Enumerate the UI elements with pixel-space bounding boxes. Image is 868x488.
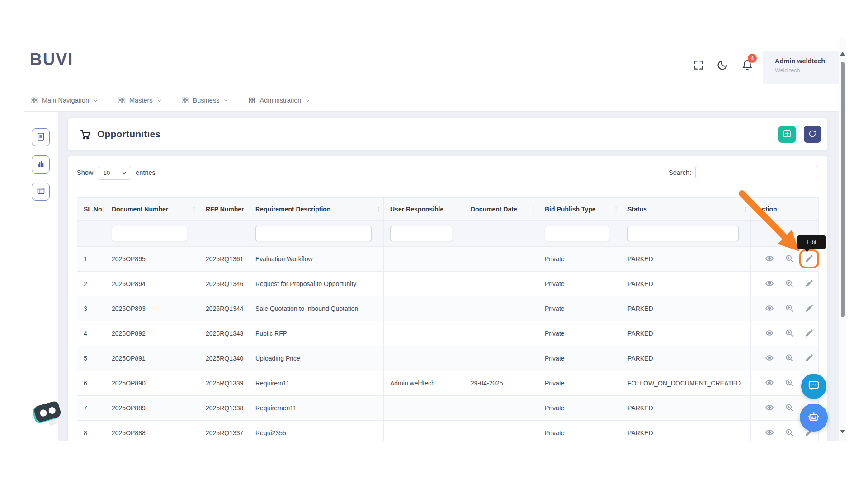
filter-input-document-number[interactable] bbox=[112, 226, 187, 241]
table-row[interactable]: 42025OP8922025RQ1343Public RFPPrivatePAR… bbox=[77, 321, 819, 346]
page-title: Opportunities bbox=[97, 129, 160, 140]
view-button[interactable] bbox=[764, 279, 774, 289]
view-button[interactable] bbox=[764, 304, 774, 314]
table-row[interactable]: 52025OP8912025RQ1340Uploading PricePriva… bbox=[77, 346, 819, 371]
edit-tooltip: Edit bbox=[797, 235, 826, 249]
column-header-requirement-description[interactable]: Requirement Description ↑↓ bbox=[249, 198, 384, 221]
table-row[interactable]: 72025OP8892025RQ1338Requiremen11PrivateP… bbox=[77, 396, 819, 421]
zoom-in-button[interactable] bbox=[784, 254, 794, 264]
column-header-action[interactable]: Action bbox=[751, 198, 819, 221]
chat-fab[interactable] bbox=[801, 374, 826, 399]
zoom-in-icon bbox=[785, 328, 794, 339]
scroll-down-arrow[interactable] bbox=[840, 430, 845, 433]
cell-user bbox=[384, 421, 464, 441]
zoom-in-button[interactable] bbox=[784, 328, 794, 338]
nav-item-main-navigation[interactable]: Main Navigation bbox=[31, 97, 98, 104]
sidebar-button-table[interactable] bbox=[32, 183, 50, 201]
view-button[interactable] bbox=[764, 428, 774, 438]
sidebar-button-document[interactable] bbox=[32, 128, 50, 146]
cell-doc: 2025OP893 bbox=[105, 296, 199, 321]
zoom-in-button[interactable] bbox=[784, 378, 794, 388]
cell-action bbox=[751, 272, 819, 296]
table-icon bbox=[36, 186, 46, 197]
zoom-in-icon bbox=[785, 428, 794, 438]
view-button[interactable] bbox=[764, 353, 774, 363]
cell-status: PARKED bbox=[621, 321, 751, 346]
user-menu[interactable]: Admin weldtech Weld tech bbox=[763, 51, 839, 84]
view-button[interactable] bbox=[764, 254, 774, 264]
column-header-user-responsible[interactable]: User Responsible bbox=[384, 198, 464, 221]
scroll-up-arrow[interactable] bbox=[840, 52, 845, 56]
cell-date bbox=[464, 321, 538, 346]
fullscreen-icon[interactable] bbox=[693, 59, 704, 71]
nav-item-business[interactable]: Business bbox=[182, 97, 229, 104]
filter-input-requirement-description[interactable] bbox=[255, 226, 372, 241]
table-row[interactable]: 22025OP8942025RQ1346Request for Proposal… bbox=[77, 272, 819, 296]
column-header-sl-no[interactable]: SL.No ↑↓ bbox=[77, 198, 105, 221]
filter-input-status[interactable] bbox=[627, 226, 739, 241]
zoom-in-button[interactable] bbox=[784, 304, 794, 314]
filter-input-bid-publish-type[interactable] bbox=[545, 226, 609, 241]
app-window: BUVI 4 Admin weldtech Weld tech bbox=[24, 38, 839, 441]
zoom-in-button[interactable] bbox=[784, 403, 794, 413]
moon-icon[interactable] bbox=[717, 59, 728, 71]
cell-rfp: 2025RQ1361 bbox=[199, 247, 249, 272]
nav-item-masters[interactable]: Masters bbox=[118, 97, 162, 104]
cell-user bbox=[384, 321, 464, 346]
column-header-document-number[interactable]: Document Number ↑↓ bbox=[105, 198, 199, 221]
add-square-icon bbox=[783, 129, 792, 140]
column-label: Action bbox=[757, 206, 777, 213]
column-header-bid-publish-type[interactable]: Bid Publish Type ↑↓ bbox=[538, 198, 621, 221]
table-row[interactable]: 62025OP8902025RQ1339Requirem11Admin weld… bbox=[77, 371, 819, 396]
cell-user bbox=[384, 296, 464, 321]
sidebar-button-bar-chart[interactable] bbox=[32, 155, 50, 174]
opportunities-table: SL.No ↑↓ Document Number ↑↓ RFP Number R… bbox=[77, 197, 819, 441]
column-header-status[interactable]: Status ↑↓ bbox=[621, 198, 751, 221]
view-icon bbox=[765, 304, 774, 314]
view-icon bbox=[765, 328, 774, 339]
view-button[interactable] bbox=[764, 328, 774, 338]
edit-button[interactable] bbox=[804, 328, 814, 338]
cell-doc: 2025OP888 bbox=[105, 421, 199, 441]
sort-icon: ↑↓ bbox=[102, 207, 104, 211]
cell-doc: 2025OP891 bbox=[105, 346, 199, 371]
robot-fab[interactable] bbox=[800, 404, 828, 432]
column-header-rfp-number[interactable]: RFP Number bbox=[199, 198, 249, 221]
filter-input-user-responsible[interactable] bbox=[390, 226, 452, 241]
view-button[interactable] bbox=[764, 403, 774, 413]
column-label: Document Date bbox=[471, 206, 517, 213]
column-label: User Responsible bbox=[390, 206, 443, 213]
table-row[interactable]: 32025OP8932025RQ1344Sale Quotation to In… bbox=[77, 296, 819, 321]
cell-rfp: 2025RQ1346 bbox=[199, 272, 249, 296]
vertical-scrollbar bbox=[839, 38, 846, 441]
edit-icon bbox=[805, 254, 814, 264]
edit-button[interactable] bbox=[804, 304, 814, 314]
chevron-down-icon bbox=[305, 98, 310, 103]
add-button[interactable] bbox=[778, 126, 796, 143]
refresh-button[interactable] bbox=[804, 126, 821, 143]
cell-bid: Private bbox=[538, 346, 621, 371]
zoom-in-button[interactable] bbox=[784, 428, 794, 438]
bell-icon[interactable]: 4 bbox=[741, 59, 753, 71]
edit-tooltip-label: Edit bbox=[807, 239, 816, 245]
scrollbar-thumb[interactable] bbox=[841, 62, 845, 317]
cell-status: FOLLOW_ON_DOCUMENT_CREATED bbox=[621, 371, 751, 396]
view-button[interactable] bbox=[764, 378, 774, 388]
edit-button[interactable] bbox=[804, 353, 814, 363]
page-size-select[interactable]: 10 bbox=[98, 166, 131, 180]
edit-button[interactable] bbox=[804, 279, 814, 289]
table-row[interactable]: 82025OP8882025RQ1337Requi2355PrivatePARK… bbox=[77, 421, 819, 441]
cell-desc: Request for Proposal to Opportunity bbox=[249, 272, 384, 296]
sort-icon: ↑↓ bbox=[745, 207, 747, 211]
search-input[interactable] bbox=[695, 166, 818, 179]
nav-item-administration[interactable]: Administration bbox=[248, 97, 310, 104]
column-header-document-date[interactable]: Document Date ↑↓ bbox=[464, 198, 538, 221]
column-label: Bid Publish Type bbox=[545, 206, 596, 213]
zoom-in-button[interactable] bbox=[784, 279, 794, 289]
cell-bid: Private bbox=[538, 272, 621, 296]
zoom-in-button[interactable] bbox=[784, 353, 794, 363]
table-row[interactable]: 12025OP8952025RQ1361Evaluation WorkflowP… bbox=[77, 247, 819, 272]
edit-button[interactable] bbox=[801, 251, 817, 267]
nav-item-label: Main Navigation bbox=[42, 97, 89, 104]
entries-label: entries bbox=[136, 169, 156, 176]
